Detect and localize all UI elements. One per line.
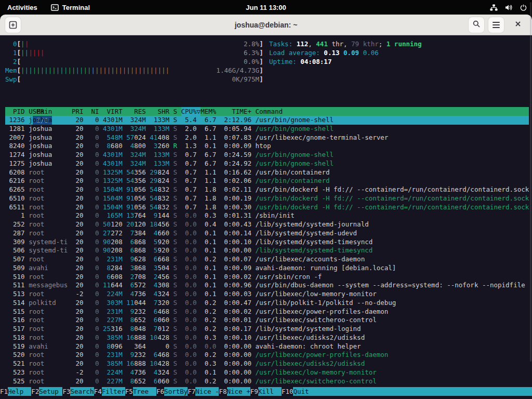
header-separator	[177, 107, 181, 116]
process-row-6265[interactable]: 6265 root 20 0 1504M 91056 54832 S 0.7 1…	[5, 185, 529, 194]
process-row-6510[interactable]: 6510 root 20 0 1504M 91056 54832 S 0.7 1…	[5, 194, 529, 203]
cell-s: S	[173, 325, 177, 334]
activities-button[interactable]: Activities	[7, 4, 37, 11]
process-row-6511[interactable]: 6511 root 20 0 1504M 91056 54832 S 0.7 1…	[5, 203, 529, 212]
cell-virt: 385M	[103, 360, 123, 368]
cell-cmd: /usr/bin/gnome-shell	[255, 116, 529, 125]
process-row-287[interactable]: 287 root 20 0 27272 7384 4660 S 0.0 0.1 …	[5, 229, 529, 238]
cell-separator	[216, 203, 220, 212]
process-row-309[interactable]: 309 systemd-ti 20 0 90208 6868 5920 S 0.…	[5, 238, 529, 247]
focused-app-menu[interactable]: Terminal	[51, 4, 90, 11]
new-tab-button[interactable]	[5, 17, 21, 33]
cell-separator	[216, 281, 220, 290]
process-row-1236[interactable]: 1236 joshua 20 0 4301M 324M 133M S 5.4 6…	[5, 116, 529, 125]
cell-virt: 231M	[103, 308, 123, 316]
fkey-f6[interactable]: F6SortBy	[156, 387, 188, 396]
cell-separator	[177, 325, 181, 334]
fkey-f2[interactable]: F2Setup	[31, 387, 62, 396]
cell-cpu: 0.0	[181, 220, 197, 229]
process-row-1275[interactable]: 1275 joshua 20 0 4301M 324M 133M S 0.7 6…	[5, 159, 529, 168]
fkey-label: Quit	[293, 387, 532, 396]
process-row-511[interactable]: 511 messagebus 20 0 11644 6572 4308 S 0.…	[5, 281, 529, 290]
process-row-521[interactable]: 521 root 20 0 385M 16888 10428 S 0.0 0.3…	[5, 360, 529, 368]
menu-button[interactable]	[488, 17, 504, 33]
fkey-f8[interactable]: F8Nice +	[219, 387, 250, 396]
process-row-520[interactable]: 520 root 20 0 231M 9232 6468 S 0.0 0.2 0…	[5, 351, 529, 360]
scrollbar[interactable]	[530, 2, 531, 362]
column-header-cmd[interactable]: Command	[255, 107, 529, 116]
close-button[interactable]	[510, 17, 526, 33]
column-header-pid[interactable]: PID	[5, 107, 25, 116]
cell-separator	[177, 203, 181, 212]
meter-bar: 0.0%	[21, 57, 259, 66]
column-header-user[interactable]: USER	[29, 107, 68, 116]
kb-part: 408	[157, 134, 169, 141]
fkey-f9[interactable]: F9Kill	[250, 387, 282, 396]
column-header-ni[interactable]: NI	[87, 107, 99, 116]
system-status-area[interactable]	[490, 0, 527, 15]
cell-mem: 1.1	[201, 177, 216, 185]
kb-part: 060	[157, 377, 169, 385]
cell-time: 0:00.09	[220, 142, 251, 151]
fkey-f7[interactable]: F7Nice -	[188, 387, 219, 396]
process-row-6208[interactable]: 6208 root 20 0 1325M 54356 29824 S 0.7 1…	[5, 168, 529, 177]
column-header-time[interactable]: TIME+	[220, 107, 251, 116]
process-row-513[interactable]: 513 root -2 0 224M 4736 4324 S 0.0 0.1 0…	[5, 290, 529, 299]
fkey-f4[interactable]: F4Filter	[94, 387, 125, 396]
cell-pid: 6208	[5, 168, 25, 177]
process-row-510[interactable]: 510 root 20 0 6608 2708 2456 S 0.0 0.1 0…	[5, 273, 529, 282]
column-header-mem[interactable]: MEM%	[201, 107, 216, 116]
process-row-1[interactable]: 1 root 20 0 165M 13764 9144 S 0.0 0.3 0:…	[5, 211, 529, 220]
process-row-1281[interactable]: 1281 joshua 20 0 4301M 324M 133M S 2.0 6…	[5, 125, 529, 134]
meter-value: 0K/975M	[232, 75, 259, 84]
column-header-cpu[interactable]: CPU%	[181, 107, 197, 116]
cell-separator	[146, 377, 150, 386]
process-row-519[interactable]: 519 avahi 20 0 8096 364 0 S 0.0 0.0 0:00…	[5, 342, 529, 351]
cell-cpu: 0.0	[181, 368, 197, 377]
fkey-label: Kill	[258, 387, 282, 396]
cell-res: 54356	[126, 177, 146, 185]
fkey-f3[interactable]: F3Search	[62, 387, 94, 396]
cell-pri: 20	[72, 246, 84, 255]
cell-cpu: 0.0	[181, 264, 197, 273]
process-row-518[interactable]: 518 root 20 0 385M 16888 10428 S 0.0 0.3…	[5, 334, 529, 342]
terminal-viewport[interactable]: 0[||2.8%]1[||||||6.3%]2[0.0%]Mem[|||||||…	[0, 35, 532, 399]
process-row-6216[interactable]: 6216 root 20 0 1325M 54356 29824 S 0.7 1…	[5, 177, 529, 185]
process-row-252[interactable]: 252 root 20 0 50120 20120 18456 S 0.0 0.…	[5, 220, 529, 229]
fkey-f1[interactable]: F1Help	[0, 387, 31, 396]
cell-virt: 224M	[103, 368, 123, 377]
fkey-f10[interactable]: F10Quit	[282, 387, 532, 396]
kb-part: 456	[157, 273, 169, 281]
fkey-f5[interactable]: F5Tree	[125, 387, 156, 396]
process-row-516[interactable]: 516 root 20 0 227M 8652 6060 S 0.0 0.2 0…	[5, 316, 529, 325]
process-row-1274[interactable]: 1274 joshua 20 0 4301M 324M 133M S 0.7 6…	[5, 151, 529, 159]
column-header-virt[interactable]: VIRT	[103, 107, 123, 116]
process-row-517[interactable]: 517 root 20 0 25316 8048 7012 S 0.0 0.2 …	[5, 325, 529, 334]
cell-separator	[68, 238, 72, 247]
cell-pid: 2007	[5, 134, 25, 142]
process-row-514[interactable]: 514 polkitd 20 0 303M 11044 7320 S 0.0 0…	[5, 299, 529, 308]
search-button[interactable]	[469, 17, 484, 33]
cell-separator	[99, 255, 103, 264]
process-row-523[interactable]: 523 root -2 0 224M 4736 4324 S 0.0 0.1 0…	[5, 368, 529, 377]
tasks-summary: Tasks: 112, 441 thr, 79 kthr; 1 running	[269, 39, 422, 48]
info-segment: Uptime:	[269, 58, 300, 65]
process-row-506[interactable]: 506 systemd-ti 20 0 90208 6868 5920 S 0.…	[5, 246, 529, 255]
cell-ni: 0	[87, 342, 99, 351]
cell-separator	[99, 273, 103, 282]
process-row-509[interactable]: 509 avahi 20 0 8284 3868 3504 S 0.0 0.1 …	[5, 264, 529, 273]
process-row-515[interactable]: 515 root 20 0 231M 9232 6468 S 0.0 0.2 0…	[5, 308, 529, 316]
column-header-shr[interactable]: SHR	[150, 107, 169, 116]
kb-part: 096	[111, 342, 123, 350]
process-row-2007[interactable]: 2007 joshua 20 0 548M 57024 41408 S 2.0 …	[5, 134, 529, 142]
cell-separator	[146, 229, 150, 238]
column-header-s[interactable]: S	[173, 107, 177, 116]
process-row-8240[interactable]: 8240 joshua 20 0 8680 4800 3260 R 1.3 0.…	[5, 142, 529, 151]
cell-time: 0:00.00	[220, 246, 251, 255]
cell-separator	[83, 246, 87, 255]
column-header-pri[interactable]: PRI	[72, 107, 84, 116]
cell-separator	[169, 220, 174, 229]
process-row-507[interactable]: 507 root 20 0 231M 9628 6668 S 0.0 0.2 0…	[5, 255, 529, 264]
column-header-res[interactable]: RES	[126, 107, 146, 116]
process-row-525[interactable]: 525 root 20 0 227M 8652 6060 S 0.0 0.2 0…	[5, 377, 529, 386]
